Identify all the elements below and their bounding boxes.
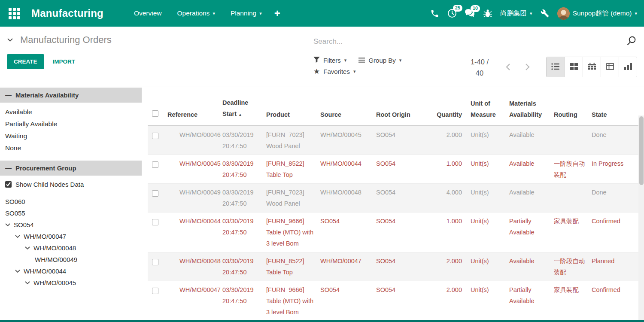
cell-source: WH/MO/00048 xyxy=(319,184,375,212)
systray: 25 10 尚鹏集团 ▾ Sunpop超管 (demo) ▾ xyxy=(430,7,637,20)
column-header-quantity[interactable]: Quantity xyxy=(430,106,466,125)
tree-item-wh-mo-00048[interactable]: WH/MO/00048 xyxy=(0,242,142,254)
debug-bug-icon[interactable] xyxy=(483,9,492,18)
top-menu-item-operations[interactable]: Operations▾ xyxy=(172,6,221,21)
quick-create-button[interactable]: + xyxy=(267,7,287,19)
breadcrumb: Manufacturing Orders xyxy=(7,34,313,46)
select-all-checkbox[interactable] xyxy=(152,110,158,117)
column-header-deadline-start[interactable]: Deadline Start▲ xyxy=(222,94,265,125)
column-header-source[interactable]: Source xyxy=(319,106,375,125)
search-facets: Filters ▾ Group By ▾ ★ Favorites xyxy=(313,57,401,75)
table-row[interactable]: WH/MO/0004803/30/2019 20:47:50[FURN_8522… xyxy=(148,252,644,281)
sidebar-filter-none[interactable]: None xyxy=(0,142,142,154)
view-graph-button[interactable] xyxy=(619,57,637,77)
create-button[interactable]: CREATE xyxy=(7,54,44,69)
search-panel-sidebar: — Materials Availability AvailablePartia… xyxy=(0,86,142,320)
view-pivot-button[interactable] xyxy=(601,57,619,77)
tree-item-wh-mo-00044[interactable]: WH/MO/00044 xyxy=(0,265,142,277)
column-header-product[interactable]: Product xyxy=(265,106,319,125)
cell-root-origin: SO054 xyxy=(375,126,430,155)
sidebar-filter-waiting[interactable]: Waiting xyxy=(0,130,142,142)
table-row[interactable]: WH/MO/0004403/30/2019 20:47:50[FURN_9666… xyxy=(148,212,644,252)
cell-quantity: 4.000 xyxy=(430,184,466,212)
search-input[interactable] xyxy=(313,37,626,46)
view-list-button[interactable] xyxy=(547,57,565,77)
chevron-down-icon[interactable] xyxy=(15,270,20,273)
row-checkbox[interactable] xyxy=(152,190,158,197)
show-child-nodes-label: Show Child Nodes Data xyxy=(15,181,84,188)
chevron-down-icon[interactable] xyxy=(25,246,30,250)
search-icon[interactable] xyxy=(626,35,637,48)
control-panel: Manufacturing Orders CREATE IMPORT Filte… xyxy=(0,27,644,86)
sidebar-filter-available[interactable]: Available xyxy=(0,106,142,118)
apps-menu-icon[interactable] xyxy=(9,8,20,19)
tree-item-so060[interactable]: SO060 xyxy=(0,196,142,207)
user-menu[interactable]: Sunpop超管 (demo) ▾ xyxy=(557,7,637,20)
table-row[interactable]: WH/MO/0004703/30/2019 20:47:50[FURN_9666… xyxy=(148,281,644,320)
cell-routing: 家具装配 xyxy=(553,281,591,320)
table-row[interactable]: WH/MO/0004603/30/2019 20:47:50[FURN_7023… xyxy=(148,126,644,155)
section-procurement-group[interactable]: — Procurement Group xyxy=(0,161,142,176)
pager-previous-icon[interactable] xyxy=(505,62,511,73)
column-header-materials-availability[interactable]: Materials Availability xyxy=(506,95,553,125)
table-row[interactable]: WH/MO/0004503/30/2019 20:47:50[FURN_8522… xyxy=(148,155,644,183)
import-button[interactable]: IMPORT xyxy=(53,58,76,65)
wrench-icon[interactable] xyxy=(541,9,549,18)
group-by-menu[interactable]: Group By ▾ xyxy=(358,57,401,64)
scrollbar-thumb[interactable] xyxy=(639,116,644,185)
activities-icon[interactable]: 25 xyxy=(447,9,457,18)
top-menu-item-overview[interactable]: Overview xyxy=(128,6,167,21)
app-title[interactable]: Manufacturing xyxy=(31,7,103,19)
vertical-scrollbar[interactable] xyxy=(638,115,644,320)
phone-icon[interactable] xyxy=(430,9,439,18)
favorites-menu[interactable]: ★ Favorites ▾ xyxy=(313,68,355,75)
column-header-unit-of-measure[interactable]: Unit of Measure xyxy=(466,95,506,125)
cell-state: Confirmed xyxy=(591,281,630,320)
section-title: Procurement Group xyxy=(15,164,76,172)
cell-uom: Unit(s) xyxy=(466,184,506,212)
expand-breadcrumb-icon[interactable] xyxy=(7,36,13,44)
company-menu-label: 尚鹏集团 xyxy=(500,9,527,18)
select-all-cell xyxy=(148,109,167,125)
tree-item-wh-mo-00049[interactable]: WH/MO/00049 xyxy=(0,254,142,265)
cell-quantity: 1.000 xyxy=(430,155,466,183)
cell-uom: Unit(s) xyxy=(466,155,506,183)
chevron-down-icon[interactable] xyxy=(25,281,30,285)
cell-deadline-start: 03/30/2019 20:47:50 xyxy=(222,281,265,320)
company-menu[interactable]: 尚鹏集团 ▾ xyxy=(500,9,532,18)
section-materials-availability[interactable]: — Materials Availability xyxy=(0,88,142,103)
pager-next-icon[interactable] xyxy=(524,62,531,73)
row-checkbox[interactable] xyxy=(152,219,158,225)
show-child-nodes-checkbox[interactable] xyxy=(5,181,12,188)
column-header-state[interactable]: State xyxy=(591,106,630,125)
chevron-down-icon[interactable] xyxy=(15,235,20,238)
chevron-down-icon[interactable] xyxy=(5,223,10,227)
tree-item-wh-mo-00047[interactable]: WH/MO/00047 xyxy=(0,231,142,242)
messages-icon[interactable]: 10 xyxy=(465,9,475,18)
filters-menu[interactable]: Filters ▾ xyxy=(313,57,346,64)
list-body: WH/MO/0004603/30/2019 20:47:50[FURN_7023… xyxy=(148,126,644,320)
tree-item-label: SO054 xyxy=(14,221,34,228)
tree-item-so054[interactable]: SO054 xyxy=(0,219,142,231)
view-kanban-button[interactable] xyxy=(565,57,583,77)
row-checkbox[interactable] xyxy=(152,288,158,294)
column-header-root-origin[interactable]: Root Origin xyxy=(375,106,430,125)
row-checkbox[interactable] xyxy=(152,161,158,168)
table-row[interactable]: WH/MO/0004903/30/2019 20:47:50[FURN_7023… xyxy=(148,183,644,212)
cell-root-origin: SO054 xyxy=(375,155,430,183)
view-calendar-button[interactable] xyxy=(583,57,601,77)
sidebar-filter-partially-available[interactable]: Partially Available xyxy=(0,118,142,130)
top-menu-item-planning[interactable]: Planning▾ xyxy=(225,6,267,21)
cell-deadline-start: 03/30/2019 20:47:50 xyxy=(222,155,265,183)
column-header-reference[interactable]: Reference xyxy=(167,106,222,125)
cell-reference: WH/MO/00045 xyxy=(167,155,222,183)
row-select-cell xyxy=(148,155,167,183)
row-checkbox[interactable] xyxy=(152,259,158,265)
bottom-edge xyxy=(0,320,644,322)
show-child-nodes-row[interactable]: Show Child Nodes Data xyxy=(0,176,142,190)
tree-item-wh-mo-00045[interactable]: WH/MO/00045 xyxy=(0,277,142,289)
row-checkbox[interactable] xyxy=(152,133,158,139)
graph-view-icon xyxy=(624,63,632,71)
column-header-routing[interactable]: Routing xyxy=(553,106,591,125)
tree-item-so055[interactable]: SO055 xyxy=(0,207,142,219)
